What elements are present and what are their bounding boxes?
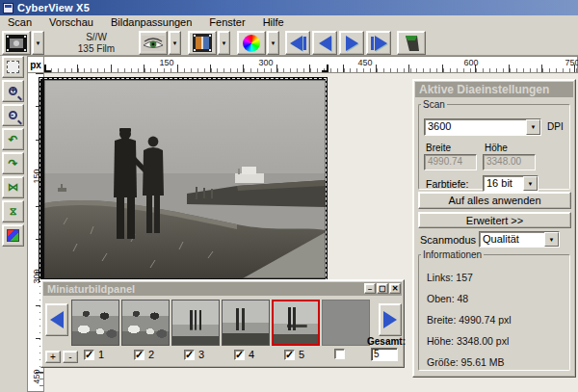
remove-frame-button[interactable]: -: [63, 351, 78, 363]
scanmode-value: Qualität: [480, 232, 544, 247]
panel-minimize-button[interactable]: –: [364, 283, 376, 294]
crop-select-button[interactable]: [2, 56, 24, 78]
dpi-combobox[interactable]: 3600 ▼: [424, 118, 541, 136]
menu-bildanpassungen[interactable]: Bildanpassungen: [111, 16, 192, 28]
first-frame-button[interactable]: [285, 31, 310, 55]
eject-icon: [402, 34, 421, 53]
zoom-in-button[interactable]: +: [2, 80, 24, 102]
thumbnails-scroll-right-button[interactable]: [379, 303, 402, 336]
last-frame-button[interactable]: [366, 31, 391, 55]
thumbnail-2-checkbox[interactable]: [134, 350, 144, 360]
thumbnail-6-empty[interactable]: [322, 300, 370, 346]
thumbnail-4[interactable]: [222, 300, 270, 346]
zoom-out-button[interactable]: -: [2, 104, 24, 126]
total-input[interactable]: 5: [371, 348, 398, 361]
next-frame-icon: [346, 36, 358, 51]
thumbnail-panel-title: Miniaturbildpanel: [43, 282, 402, 296]
color-adjust-button[interactable]: [237, 31, 266, 55]
thumbnail-5[interactable]: [272, 300, 320, 346]
thumbnail-1[interactable]: [71, 300, 119, 346]
color-wheel-icon: [243, 35, 260, 52]
menu-fenster[interactable]: Fenster: [209, 16, 245, 28]
thumbnail-panel: Miniaturbildpanel – ▢ ✕ 1 2 3 4 5 Gesamt…: [40, 279, 405, 368]
advanced-button[interactable]: Erweitert >>: [418, 212, 571, 228]
settings-panel: Aktive Diaeinstellungen Scan 3600 ▼ DPI …: [412, 79, 576, 378]
preview-image[interactable]: [39, 77, 328, 282]
thumbnail-3-number: 3: [198, 349, 204, 360]
thumbnail-2[interactable]: [121, 300, 170, 346]
info-left: Links: 157: [427, 272, 473, 283]
panel-maximize-button[interactable]: ▢: [377, 283, 388, 294]
rotate-left-icon: ↶: [8, 134, 17, 145]
thumbnail-4-checkbox[interactable]: [234, 350, 245, 360]
first-frame-bar: [303, 37, 306, 50]
height-label: Höhe: [485, 143, 508, 153]
thumbnail-1-number: 1: [98, 349, 104, 360]
apply-all-button[interactable]: Auf alles anwenden: [418, 192, 571, 209]
thumbnail-4-number: 4: [249, 349, 254, 360]
scanned-photo: [44, 80, 326, 278]
h-ruler-600: 600: [457, 58, 486, 67]
preview-dropdown[interactable]: ▼: [169, 31, 181, 55]
scanmode-combobox[interactable]: Qualität ▼: [479, 231, 560, 248]
info-size: Größe: 95.61 MB: [427, 356, 505, 368]
settings-panel-title: Aktive Diaeinstellungen: [415, 82, 573, 97]
title-bar: CyberView X5: [0, 0, 578, 15]
thumbnail-5-number: 5: [299, 349, 304, 360]
color-adjust-dropdown[interactable]: ▼: [267, 31, 279, 55]
panel-close-button[interactable]: ✕: [389, 283, 401, 294]
dpi-value: 3600: [425, 119, 526, 135]
film-type-display: S//W 135 Film: [53, 32, 140, 55]
last-frame-icon: [375, 36, 387, 51]
h-ruler-750: 750: [558, 58, 578, 67]
add-frame-button[interactable]: +: [45, 351, 61, 363]
scan-button[interactable]: [188, 31, 217, 55]
thumbnail-6-checkbox[interactable]: [334, 349, 345, 359]
film-type-line1: S//W: [53, 32, 140, 43]
eject-button[interactable]: [397, 31, 426, 55]
preview-button[interactable]: [139, 31, 168, 55]
flip-vertical-button[interactable]: ⧖: [2, 200, 24, 222]
menu-vorschau[interactable]: Vorschau: [49, 16, 93, 28]
color-depth-dropdown-arrow[interactable]: ▼: [523, 176, 538, 191]
h-ruler-150: 150: [152, 58, 181, 67]
thumbnail-3[interactable]: [171, 300, 220, 346]
eye-icon: [142, 36, 165, 51]
window-title: CyberView X5: [17, 2, 90, 13]
thumbnail-3-checkbox[interactable]: [184, 350, 195, 360]
film-strip-icon: [6, 35, 27, 52]
scanmode-label: Scanmodus: [420, 234, 476, 246]
invert-colors-button[interactable]: [2, 224, 24, 247]
invert-colors-icon: [7, 229, 19, 242]
film-holder-dropdown[interactable]: ▼: [32, 31, 44, 55]
v-ruler-450: 450: [32, 369, 41, 384]
dpi-unit-label: DPI: [547, 121, 564, 132]
thumbnail-2-number: 2: [148, 349, 154, 360]
horizontal-ruler: 150 300 450 600 750: [44, 56, 578, 73]
film-holder-button[interactable]: [2, 31, 31, 55]
rotate-left-button[interactable]: ↶: [2, 128, 24, 150]
selection-right-mark: [322, 65, 328, 72]
scan-group: Scan 3600 ▼ DPI Breite Höhe 4990.74 3348…: [418, 99, 570, 190]
scanmode-dropdown-arrow[interactable]: ▼: [544, 232, 559, 247]
next-frame-button[interactable]: [339, 31, 364, 55]
scan-dropdown[interactable]: ▼: [218, 31, 230, 55]
thumbnails-scroll-left-button[interactable]: [45, 303, 68, 336]
menu-scan[interactable]: Scan: [8, 16, 32, 28]
rotate-right-button[interactable]: ↷: [2, 152, 24, 174]
previous-frame-icon: [319, 36, 331, 51]
first-frame-icon: [290, 36, 302, 51]
ruler-unit-label: px: [27, 56, 44, 73]
thumbnail-5-checkbox[interactable]: [284, 350, 295, 360]
info-top: Oben: 48: [427, 293, 468, 304]
color-depth-value: 16 bit: [484, 176, 523, 191]
total-label: Gesamt:: [367, 336, 402, 347]
menu-hilfe[interactable]: Hilfe: [263, 16, 284, 28]
thumbnail-1-checkbox[interactable]: [84, 350, 94, 360]
flip-vertical-icon: ⧖: [10, 206, 17, 217]
dpi-dropdown-arrow[interactable]: ▼: [526, 119, 540, 135]
color-depth-combobox[interactable]: 16 bit ▼: [483, 175, 539, 192]
film-type-line2: 135 Film: [53, 43, 140, 55]
previous-frame-button[interactable]: [312, 31, 337, 55]
flip-horizontal-button[interactable]: ⋈: [2, 176, 24, 198]
